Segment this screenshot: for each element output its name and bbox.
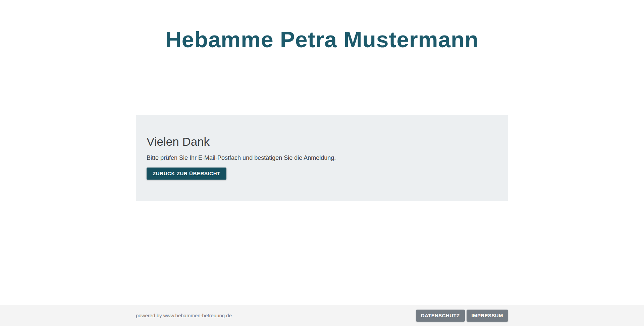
- powered-by-link[interactable]: www.hebammen-betreuung.de: [163, 313, 232, 318]
- powered-by-prefix: powered by: [136, 313, 163, 318]
- footer-inner: powered by www.hebammen-betreuung.de DAT…: [136, 305, 508, 326]
- powered-by-text: powered by www.hebammen-betreuung.de: [136, 313, 232, 318]
- footer-buttons: DATENSCHUTZ IMPRESSUM: [416, 310, 508, 322]
- card-heading: Vielen Dank: [147, 134, 497, 149]
- page-title: Hebamme Petra Mustermann: [0, 28, 644, 51]
- card-message: Bitte prüfen Sie Ihr E-Mail-Postfach und…: [147, 154, 497, 162]
- back-to-overview-button[interactable]: ZURÜCK ZUR ÜBERSICHT: [147, 168, 226, 180]
- datenschutz-button[interactable]: DATENSCHUTZ: [416, 310, 465, 322]
- footer: powered by www.hebammen-betreuung.de DAT…: [0, 305, 644, 326]
- site-header: Hebamme Petra Mustermann: [0, 0, 644, 51]
- confirmation-card: Vielen Dank Bitte prüfen Sie Ihr E-Mail-…: [136, 115, 508, 201]
- impressum-button[interactable]: IMPRESSUM: [467, 310, 508, 322]
- main-content: Vielen Dank Bitte prüfen Sie Ihr E-Mail-…: [136, 115, 508, 201]
